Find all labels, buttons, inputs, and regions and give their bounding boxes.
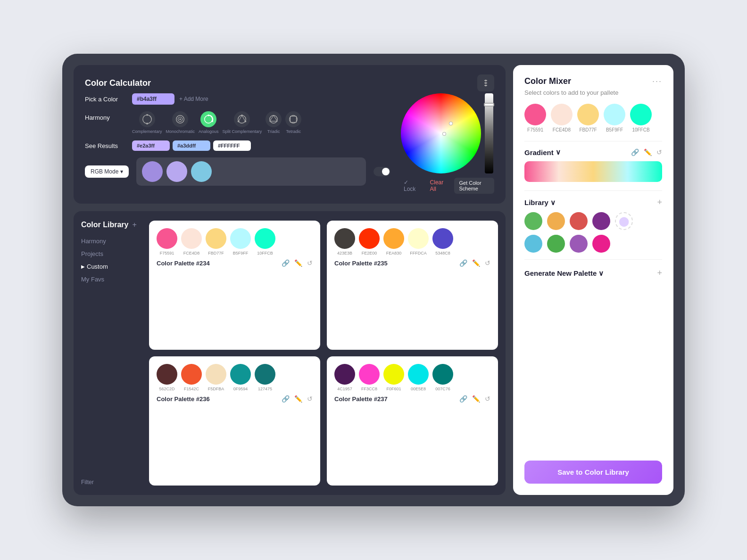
brightness-slider[interactable] (485, 93, 493, 173)
mixer-color-2[interactable]: FCE4D8 (551, 104, 573, 132)
harmony-triadic[interactable]: Triadic (266, 111, 282, 134)
get-scheme-button[interactable]: Get Color Scheme (454, 178, 494, 194)
lib-color-pink[interactable] (592, 235, 610, 253)
palette-236-footer: Color Palette #236 🔗 ✏️ ↺ (157, 395, 313, 403)
palette-235-refresh-icon[interactable]: ↺ (485, 259, 490, 267)
harmony-monochromatic-label: Monochromatic (166, 129, 195, 134)
palette-card-235: 423E3B FE2E00 FEA830 FFFDCA (327, 221, 498, 350)
lib-color-violet[interactable] (570, 235, 588, 253)
swatch-236-3: F5DFBA (206, 364, 226, 391)
generate-section-header: Generate New Palette ∨ + (524, 268, 662, 278)
library-section-title[interactable]: Library ∨ (524, 198, 556, 207)
harmony-tetradic[interactable]: Tetradic (285, 111, 301, 134)
color-input[interactable]: #b4a3ff (132, 93, 174, 105)
result-box-3[interactable]: #FFFFFF (213, 140, 251, 151)
divider-2 (524, 190, 662, 191)
mixer-color-3[interactable]: FBD77F (577, 104, 599, 132)
lib-color-dashed[interactable] (615, 212, 633, 230)
harmony-tetradic-label: Tetradic (286, 129, 301, 134)
generate-title[interactable]: Generate New Palette ∨ (524, 269, 604, 278)
color-calculator-panel: Color Calculator Pick a Color #b4a3ff + … (74, 65, 506, 204)
lib-color-green[interactable] (524, 212, 542, 230)
palette-237-refresh-icon[interactable]: ↺ (485, 395, 490, 403)
lib-color-purple[interactable] (592, 212, 610, 230)
palette-236-link-icon[interactable]: 🔗 (282, 395, 290, 403)
harmony-analogous[interactable]: Analogous (199, 111, 219, 134)
lib-color-orange[interactable] (547, 212, 565, 230)
library-section-plus[interactable]: + (657, 198, 662, 207)
generate-plus[interactable]: + (657, 268, 662, 278)
mixer-more-button[interactable]: ··· (652, 76, 662, 86)
gradient-edit-icon[interactable]: ✏️ (644, 148, 652, 156)
palette-235-link-icon[interactable]: 🔗 (459, 259, 467, 267)
clear-button[interactable]: Clear All (426, 177, 449, 194)
sidebar-item-custom[interactable]: ▶ Custom (81, 262, 141, 271)
settings-button[interactable] (477, 74, 494, 91)
gradient-refresh-icon[interactable]: ↺ (656, 148, 662, 156)
right-panel: Color Mixer ··· Select colors to add to … (513, 65, 673, 495)
rgb-mode-button[interactable]: RGB Mode ▾ (85, 165, 129, 178)
palette-234-footer: Color Palette #234 🔗 ✏️ ↺ (157, 259, 313, 267)
swatch-236-4: 0F9594 (230, 364, 251, 391)
wheel-dot-2 (449, 122, 453, 125)
library-row-2 (524, 235, 662, 253)
gradient-title[interactable]: Gradient ∨ (524, 148, 561, 156)
library-plus-button[interactable]: + (132, 221, 136, 229)
palette-235-footer: Color Palette #235 🔗 ✏️ ↺ (334, 259, 490, 267)
lib-color-green2[interactable] (547, 235, 565, 253)
palette-234-edit-icon[interactable]: ✏️ (294, 259, 302, 267)
result-box-1[interactable]: #e2a3ff (132, 140, 170, 151)
svg-point-15 (238, 115, 246, 124)
palette-grid: F75591 FCE4D8 FBD77F B5F9FF (149, 221, 506, 486)
pick-color-label: Pick a Color (85, 96, 127, 103)
mixer-subtitle: Select colors to add to your pallete (524, 89, 662, 96)
harmony-monochromatic[interactable]: Monochromatic (166, 111, 195, 134)
library-title: Color Library (81, 221, 128, 229)
sidebar-item-myfavs[interactable]: My Favs (81, 275, 141, 284)
save-to-library-button[interactable]: Save to Color Library (524, 461, 662, 484)
gradient-actions: 🔗 ✏️ ↺ (631, 148, 662, 156)
wheel-dot-1 (442, 132, 446, 136)
divider-1 (524, 141, 662, 141)
mixer-header: Color Mixer ··· (524, 76, 662, 86)
palette-236-actions: 🔗 ✏️ ↺ (282, 395, 313, 403)
toggle-switch[interactable] (374, 167, 390, 176)
result-box-2[interactable]: #a3ddff (173, 140, 210, 151)
lib-color-red[interactable] (570, 212, 588, 230)
palette-234-link-icon[interactable]: 🔗 (282, 259, 290, 267)
sidebar-nav: Harmony Projects ▶ Custom My Favs (81, 237, 141, 479)
mixer-color-5[interactable]: 10FFCB (630, 104, 652, 132)
swatch-236-2: F1542C (181, 364, 202, 391)
swatch-235-1: 423E3B (334, 228, 355, 255)
palette-234-refresh-icon[interactable]: ↺ (307, 259, 313, 267)
palette-236-refresh-icon[interactable]: ↺ (307, 395, 313, 403)
color-wheel[interactable] (401, 93, 481, 173)
lock-button[interactable]: ✓ Lock (400, 177, 421, 194)
palette-236-edit-icon[interactable]: ✏️ (294, 395, 302, 403)
gradient-copy-icon[interactable]: 🔗 (631, 148, 639, 156)
tablet-frame: Color Calculator Pick a Color #b4a3ff + … (62, 54, 685, 506)
palette-preview (136, 157, 366, 186)
harmony-complementary[interactable]: Complementary (132, 111, 162, 134)
palette-237-link-icon[interactable]: 🔗 (459, 395, 467, 403)
library-sidebar: Color Library + Harmony Projects ▶ Custo… (74, 221, 149, 486)
library-row-1 (524, 212, 662, 230)
mixer-colors: F75591 FCE4D8 FBD77F B5F9FF 10FFCB (524, 104, 662, 132)
sidebar-item-projects[interactable]: Projects (81, 249, 141, 258)
palette-card-234: F75591 FCE4D8 FBD77F B5F9FF (149, 221, 320, 350)
svg-rect-24 (290, 116, 297, 123)
filter-label[interactable]: Filter (81, 479, 141, 486)
mixer-color-1[interactable]: F75591 (524, 104, 546, 132)
harmony-split[interactable]: Split Complementary (223, 111, 262, 134)
mixer-title: Color Mixer (524, 76, 571, 86)
swatch-236-5: 127475 (255, 364, 275, 391)
palette-235-edit-icon[interactable]: ✏️ (472, 259, 480, 267)
palette-237-edit-icon[interactable]: ✏️ (472, 395, 480, 403)
swatch-236-1: 562C2D (157, 364, 177, 391)
lib-color-cyan[interactable] (524, 235, 542, 253)
swatch-235-2: FE2E00 (359, 228, 380, 255)
mixer-color-4[interactable]: B5F9FF (604, 104, 625, 132)
add-more-button[interactable]: + Add More (179, 96, 208, 102)
left-panel: Color Calculator Pick a Color #b4a3ff + … (74, 65, 513, 495)
sidebar-item-harmony[interactable]: Harmony (81, 237, 141, 246)
